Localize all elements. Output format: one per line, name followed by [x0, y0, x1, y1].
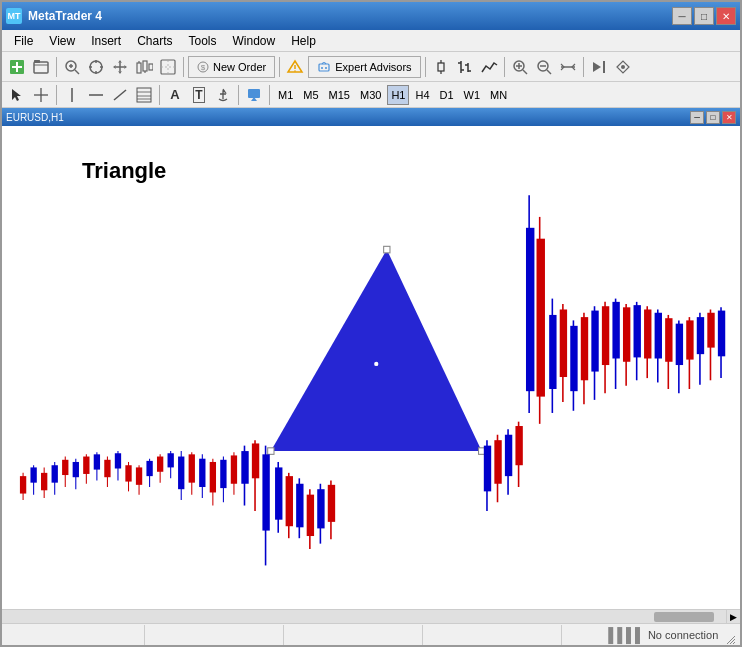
menu-view[interactable]: View	[41, 32, 83, 50]
zoom-in-chart-icon[interactable]	[509, 56, 531, 78]
chart-type-icon[interactable]	[133, 56, 155, 78]
restore-button[interactable]: □	[694, 7, 714, 25]
menu-insert[interactable]: Insert	[83, 32, 129, 50]
scrollbar-thumb[interactable]	[654, 612, 714, 622]
resize-handle[interactable]	[722, 625, 736, 645]
svg-rect-114	[296, 484, 303, 528]
title-bar-controls: ─ □ ✕	[672, 7, 736, 25]
triangle-handle-top	[384, 246, 390, 253]
trendline-icon[interactable]	[109, 84, 131, 106]
color-picker-icon[interactable]	[243, 84, 265, 106]
svg-point-31	[325, 67, 327, 69]
svg-rect-62	[20, 476, 26, 493]
separator-draw-4	[269, 85, 270, 105]
svg-rect-33	[438, 63, 444, 71]
menu-window[interactable]: Window	[225, 32, 284, 50]
svg-line-46	[547, 70, 551, 74]
svg-rect-122	[484, 446, 491, 492]
status-section-2	[145, 625, 284, 645]
close-button[interactable]: ✕	[716, 7, 736, 25]
status-section-3	[284, 625, 423, 645]
svg-rect-4	[34, 60, 40, 63]
window-title: MetaTrader 4	[28, 9, 102, 23]
bar-icon[interactable]	[454, 56, 476, 78]
svg-rect-21	[161, 60, 175, 74]
inner-restore-btn[interactable]: □	[706, 111, 720, 124]
tf-h4[interactable]: H4	[411, 85, 433, 105]
svg-rect-104	[241, 451, 248, 484]
svg-rect-68	[52, 465, 58, 482]
svg-rect-134	[549, 315, 556, 389]
tf-m30[interactable]: M30	[356, 85, 385, 105]
anchor-icon[interactable]	[212, 84, 234, 106]
tf-w1[interactable]: W1	[460, 85, 485, 105]
svg-rect-144	[602, 306, 609, 365]
svg-rect-148	[623, 307, 630, 361]
open-icon[interactable]	[30, 56, 52, 78]
text-label-icon[interactable]: T	[188, 84, 210, 106]
select-tool-icon[interactable]	[6, 84, 28, 106]
auto-scroll-icon[interactable]	[612, 56, 634, 78]
fib-icon[interactable]	[133, 84, 155, 106]
tf-d1[interactable]: D1	[436, 85, 458, 105]
svg-line-55	[114, 90, 126, 100]
tf-mn[interactable]: MN	[486, 85, 511, 105]
inner-window-controls: ─ □ ✕	[690, 111, 736, 124]
svg-rect-120	[328, 485, 335, 522]
svg-rect-164	[707, 313, 714, 348]
status-sections: ▌▌▌▌ No connection	[6, 625, 722, 645]
crosshair-icon[interactable]	[85, 56, 107, 78]
menu-charts[interactable]: Charts	[129, 32, 180, 50]
svg-rect-110	[275, 467, 282, 519]
svg-rect-112	[286, 476, 293, 526]
menu-file[interactable]: File	[6, 32, 41, 50]
svg-rect-56	[137, 88, 151, 102]
alert-icon[interactable]	[284, 56, 306, 78]
inner-minimize-btn[interactable]: ─	[690, 111, 704, 124]
move-icon[interactable]	[109, 56, 131, 78]
svg-rect-74	[83, 457, 89, 474]
svg-rect-92	[178, 457, 184, 490]
svg-rect-126	[505, 435, 512, 476]
triangle-handle-bottom-left	[268, 448, 274, 455]
chart-svg	[2, 108, 740, 609]
menu-help[interactable]: Help	[283, 32, 324, 50]
line-chart-icon[interactable]	[478, 56, 500, 78]
inner-close-btn[interactable]: ✕	[722, 111, 736, 124]
svg-rect-160	[686, 320, 693, 359]
svg-rect-106	[252, 443, 259, 478]
menu-tools[interactable]: Tools	[181, 32, 225, 50]
svg-rect-132	[537, 239, 545, 397]
candle-icon[interactable]	[430, 56, 452, 78]
cursor-icon[interactable]	[157, 56, 179, 78]
fix-scale-icon[interactable]	[557, 56, 579, 78]
tf-h1[interactable]: H1	[387, 85, 409, 105]
svg-rect-82	[125, 465, 131, 481]
expert-advisors-button[interactable]: Expert Advisors	[308, 56, 420, 78]
vertical-line-icon[interactable]	[61, 84, 83, 106]
svg-rect-98	[210, 462, 216, 492]
svg-line-6	[75, 70, 79, 74]
horizontal-line-icon[interactable]	[85, 84, 107, 106]
svg-rect-138	[570, 326, 577, 391]
svg-point-50	[621, 65, 625, 69]
zoom-in-icon[interactable]	[61, 56, 83, 78]
tf-m15[interactable]: M15	[325, 85, 354, 105]
tf-m5[interactable]: M5	[299, 85, 322, 105]
minimize-button[interactable]: ─	[672, 7, 692, 25]
tf-m1[interactable]: M1	[274, 85, 297, 105]
horizontal-scrollbar[interactable]: ▶	[2, 609, 740, 623]
crosshair-tool-icon[interactable]	[30, 84, 52, 106]
svg-rect-154	[655, 313, 662, 359]
separator-draw-2	[159, 85, 160, 105]
chart-area[interactable]: Triangle	[2, 108, 740, 609]
scroll-end-icon[interactable]	[588, 56, 610, 78]
svg-rect-136	[560, 309, 567, 377]
new-chart-icon[interactable]	[6, 56, 28, 78]
scroll-right-btn[interactable]: ▶	[726, 610, 740, 624]
zoom-out-chart-icon[interactable]	[533, 56, 555, 78]
new-order-button[interactable]: $ New Order	[188, 56, 275, 78]
text-icon[interactable]: A	[164, 84, 186, 106]
separator-draw-3	[238, 85, 239, 105]
status-connection-section: ▌▌▌▌ No connection	[562, 625, 722, 645]
